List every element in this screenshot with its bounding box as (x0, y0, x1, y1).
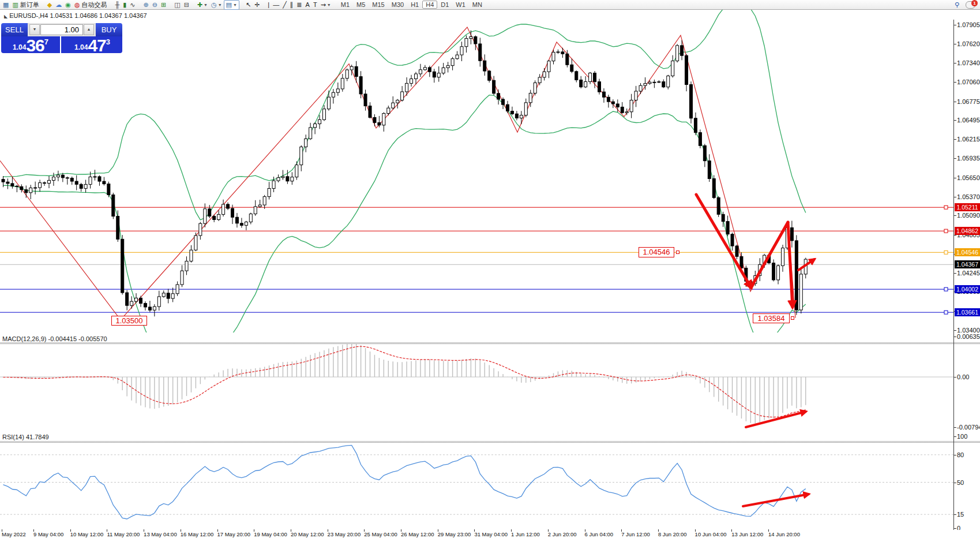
price-label-low-jun-handle[interactable] (791, 316, 794, 320)
price-tick-label: 1.07340 (957, 59, 980, 66)
time-axis[interactable]: May 20229 May 04:0010 May 12:0011 May 20… (0, 530, 980, 538)
hline-handle[interactable] (944, 206, 948, 209)
candle-body (318, 119, 321, 124)
candle-body (772, 263, 775, 280)
candle-body (208, 209, 211, 216)
candle-body (790, 227, 793, 240)
candle-body (676, 46, 679, 61)
zigzag-line (0, 27, 795, 320)
price-tick-label: 1.07905 (957, 21, 980, 28)
hline-handle[interactable] (944, 311, 948, 314)
timeframe-button-h1[interactable]: H1 (407, 1, 422, 9)
buy-button[interactable]: BUY (96, 23, 122, 36)
arrows-icon[interactable]: ⇝▼ (319, 1, 333, 9)
candle-body (295, 165, 298, 177)
hline-handle[interactable] (944, 229, 948, 233)
time-tick-label: 2 Jun 20:00 (548, 531, 577, 537)
price-axis-border (953, 20, 954, 538)
candlestick-icon[interactable]: ▮ (121, 1, 128, 9)
template-button[interactable]: ▤▼ (224, 0, 239, 10)
candle-body (538, 77, 541, 83)
candle-body (135, 298, 138, 301)
drawn-arrow-1[interactable] (696, 195, 751, 287)
new-order-button[interactable]: ▥新订单 (10, 1, 40, 9)
price-label-mid-handle[interactable] (676, 251, 679, 254)
candle-body (433, 72, 435, 77)
search-icon[interactable]: ⚲ (953, 1, 961, 9)
sell-button[interactable]: SELL (1, 23, 28, 36)
lot-size-input[interactable]: 1.00 (40, 24, 83, 35)
charts-icon[interactable]: ▦ (1, 1, 10, 9)
timeframe-button-m30[interactable]: M30 (388, 1, 407, 9)
chat-icon[interactable]: 1 (966, 1, 975, 9)
text-icon[interactable]: A (304, 1, 311, 9)
timeframe-button-m1[interactable]: M1 (337, 1, 353, 9)
candle-body (327, 97, 330, 109)
timeframe-button-d1[interactable]: D1 (437, 1, 452, 9)
label-icon[interactable]: T (311, 1, 319, 9)
chart-canvas[interactable] (0, 10, 980, 538)
price-label-low-jun[interactable]: 1.03584 (753, 313, 790, 323)
arrange-vertical-icon[interactable]: ◫ (172, 1, 182, 9)
candle-body (474, 37, 477, 44)
timeframe-button-mn[interactable]: MN (469, 1, 486, 9)
price-badge-1.04862: 1.04862 (955, 227, 980, 235)
candle-body (731, 234, 734, 246)
buy-price[interactable]: 1.04473 (62, 36, 122, 53)
channel-icon[interactable]: ∥ (288, 1, 295, 9)
price-label-low-may[interactable]: 1.03500 (111, 316, 147, 326)
candle-body (70, 178, 73, 181)
hline-handle[interactable] (944, 287, 948, 291)
zoom-in-icon[interactable]: ⊕ (142, 1, 151, 9)
hline-handle[interactable] (944, 251, 948, 254)
candle-body (346, 70, 348, 79)
candle-body (117, 216, 119, 240)
time-tick-label: 10 Jun 04:00 (695, 531, 727, 537)
candle-body (690, 84, 693, 118)
candle-body (735, 246, 738, 256)
horizontal-line-glyph: — (273, 1, 279, 9)
price-label-mid[interactable]: 1.04546 (639, 247, 674, 257)
timeframe-button-m15[interactable]: M15 (369, 1, 388, 9)
tile-windows-icon[interactable]: ⊞ (159, 1, 168, 9)
candle-body (722, 214, 724, 221)
drawn-arrow-6[interactable] (743, 494, 809, 506)
add-indicator-button[interactable]: ✚▼ (196, 1, 209, 9)
horizontal-line-icon[interactable]: — (271, 1, 281, 9)
timeframe-button-w1[interactable]: W1 (452, 1, 469, 9)
candle-body (25, 190, 28, 193)
sell-price[interactable]: 1.04367 (1, 36, 61, 53)
candle-body (245, 222, 247, 226)
lot-decrease-button[interactable]: ▼ (29, 24, 40, 35)
crosshair-icon[interactable]: ✛ (253, 1, 261, 9)
crosshair-glyph: ✛ (254, 1, 260, 9)
pane-divider-rsi[interactable] (0, 441, 980, 443)
new-order-glyph: ▥ (12, 1, 18, 9)
vertical-line-icon[interactable]: | (266, 1, 271, 9)
styler-icon[interactable]: ◆ (46, 1, 54, 9)
line-chart-icon[interactable]: ∿ (128, 1, 137, 9)
timeframe-button-h4[interactable]: H4 (422, 1, 437, 9)
timeframe-button-m5[interactable]: M5 (353, 1, 369, 9)
arrange-horizontal-icon[interactable]: ⊟ (182, 1, 191, 9)
channel-glyph: ∥ (290, 1, 294, 9)
pane-divider-macd[interactable] (0, 342, 980, 344)
chart-area[interactable]: ◣EURUSD-,H4 1.04531 1.04686 1.04367 1.04… (0, 10, 980, 538)
cursor-icon[interactable]: ↖ (244, 1, 253, 9)
one-click-trading-panel: SELL ▼ 1.00 ▲ BUY 1.04367 1.04473 (1, 23, 122, 53)
period-button[interactable]: ◷▼ (209, 1, 224, 9)
fibonacci-icon[interactable]: ≣ (295, 1, 303, 9)
candle-body (140, 298, 142, 303)
time-tick-label: 11 May 20:00 (107, 531, 140, 537)
candle-body (510, 111, 513, 114)
signal-icon[interactable]: ◉ (63, 1, 73, 9)
lot-increase-button[interactable]: ▲ (84, 24, 94, 35)
price-tick-label: 1.06495 (957, 117, 980, 124)
zoom-out-icon[interactable]: ⊖ (151, 1, 159, 9)
bar-chart-icon[interactable]: ╫ (114, 1, 122, 9)
auto-trading-button[interactable]: ◍自动交易 (73, 1, 109, 9)
candle-body (410, 79, 413, 84)
candle-body (584, 82, 587, 87)
profile-icon[interactable]: ☁ (54, 1, 63, 9)
trendline-icon[interactable]: ╱ (281, 1, 288, 9)
